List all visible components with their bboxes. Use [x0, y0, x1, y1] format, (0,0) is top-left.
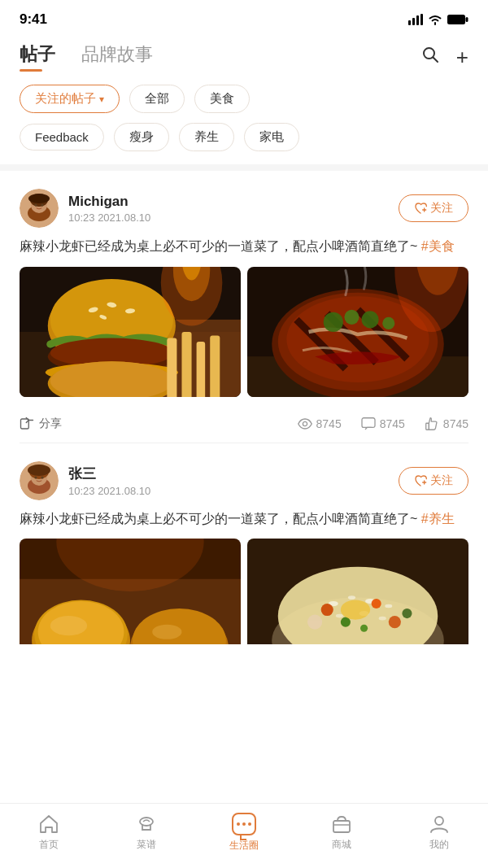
post-content-2: 麻辣小龙虾已经成为桌上必不可少的一道菜了，配点小啤酒简直绝了~ #养生 — [20, 508, 468, 530]
bottom-nav: 首页 菜谱 生活圈 商城 我的 — [0, 803, 488, 868]
svg-point-63 — [41, 476, 44, 478]
username-1: Michigan — [68, 194, 399, 210]
nav-home-label: 首页 — [39, 838, 59, 852]
svg-point-49 — [382, 316, 394, 329]
svg-point-89 — [389, 616, 401, 628]
share-icon — [20, 417, 34, 431]
svg-point-48 — [362, 311, 379, 328]
svg-rect-2 — [416, 15, 419, 25]
nav-shop-label: 商城 — [332, 838, 351, 852]
add-icon[interactable]: + — [456, 45, 468, 70]
chip-food[interactable]: 美食 — [194, 85, 250, 113]
svg-rect-4 — [447, 15, 465, 24]
svg-point-13 — [35, 204, 37, 207]
comments-stat-1: 8745 — [361, 417, 405, 430]
svg-rect-56 — [426, 423, 429, 430]
eye-icon — [298, 418, 312, 430]
post-image-2-1 — [20, 539, 241, 644]
post-time-2: 10:23 2021.08.10 — [68, 485, 399, 497]
header-actions: + — [420, 45, 468, 70]
svg-rect-52 — [21, 419, 29, 429]
svg-point-92 — [341, 600, 370, 620]
chevron-down-icon: ▾ — [99, 94, 104, 105]
user-info-1: Michigan 10:23 2021.08.10 — [68, 194, 399, 224]
post-content-1: 麻辣小龙虾已经成为桌上必不可少的一道菜了，配点小啤酒简直绝了~ #美食 — [20, 236, 468, 257]
svg-point-54 — [303, 421, 307, 425]
svg-point-14 — [41, 204, 44, 207]
post-card-1: Michigan 10:23 2021.08.10 关注 麻辣小龙虾已经成为桌上… — [0, 174, 488, 443]
svg-rect-5 — [466, 17, 468, 22]
nav-profile[interactable]: 我的 — [390, 813, 488, 852]
svg-point-88 — [372, 599, 381, 608]
nav-recipe[interactable]: 菜谱 — [98, 813, 195, 852]
svg-rect-1 — [412, 18, 415, 25]
svg-point-12 — [28, 194, 50, 203]
svg-rect-34 — [210, 335, 220, 396]
svg-point-93 — [307, 615, 322, 630]
chip-feedback[interactable]: Feedback — [20, 124, 104, 150]
nav-home[interactable]: 首页 — [0, 813, 98, 852]
svg-rect-32 — [181, 332, 191, 397]
post-image-2-2 — [247, 539, 468, 644]
avatar-image-1 — [20, 189, 59, 228]
username-2: 张三 — [68, 465, 399, 483]
follow-button-2[interactable]: 关注 — [399, 467, 468, 495]
likes-stat-1: 8745 — [425, 417, 468, 430]
chip-health[interactable]: 养生 — [179, 123, 234, 151]
tab-posts[interactable]: 帖子 — [20, 42, 55, 72]
post-header-1: Michigan 10:23 2021.08.10 关注 — [20, 189, 468, 228]
person-icon — [429, 813, 450, 835]
svg-point-83 — [385, 604, 392, 608]
post-card-2: 张三 10:23 2021.08.10 关注 麻辣小龙虾已经成为桌上必不可少的一… — [0, 447, 488, 645]
signal-icon — [408, 14, 423, 25]
heart-plus-icon — [414, 202, 427, 215]
svg-rect-31 — [167, 338, 176, 396]
avatar-1 — [20, 189, 59, 228]
header: 帖子 品牌故事 + — [0, 36, 488, 72]
hashtag-1[interactable]: #美食 — [421, 239, 455, 253]
chat-icon — [232, 813, 256, 835]
svg-point-81 — [348, 595, 355, 600]
status-time: 9:41 — [20, 11, 47, 28]
avatar-2 — [20, 461, 59, 500]
tab-brand-story[interactable]: 品牌故事 — [81, 42, 153, 72]
nav-community[interactable]: 生活圈 — [195, 813, 293, 853]
svg-rect-96 — [333, 821, 350, 832]
filter-row-2: Feedback 瘦身 养生 家电 — [0, 120, 488, 161]
svg-point-86 — [379, 617, 386, 621]
section-divider — [0, 164, 488, 171]
nav-community-label: 生活圈 — [229, 839, 259, 853]
chip-followed[interactable]: 关注的帖子 ▾ — [20, 85, 120, 113]
image-grid-2 — [20, 539, 468, 644]
chip-appliance[interactable]: 家电 — [244, 123, 299, 151]
svg-point-95 — [140, 818, 153, 826]
share-button-1[interactable]: 分享 — [20, 417, 62, 431]
shop-icon — [331, 813, 352, 835]
nav-profile-label: 我的 — [429, 838, 449, 852]
chip-all[interactable]: 全部 — [129, 85, 185, 113]
svg-point-61 — [28, 465, 50, 476]
status-bar: 9:41 — [0, 0, 488, 36]
heart-plus-icon-2 — [414, 474, 427, 487]
svg-point-98 — [435, 817, 443, 825]
filter-row-1: 关注的帖子 ▾ 全部 美食 — [0, 72, 488, 120]
svg-point-62 — [35, 476, 37, 478]
svg-line-7 — [433, 58, 438, 63]
post-header-2: 张三 10:23 2021.08.10 关注 — [20, 461, 468, 500]
hashtag-2[interactable]: #养生 — [421, 512, 455, 526]
svg-point-84 — [336, 614, 343, 618]
nav-recipe-label: 菜谱 — [137, 838, 156, 852]
svg-point-87 — [321, 604, 333, 616]
follow-button-1[interactable]: 关注 — [399, 194, 468, 222]
chip-slim[interactable]: 瘦身 — [114, 123, 169, 151]
nav-shop[interactable]: 商城 — [293, 813, 390, 852]
svg-point-91 — [360, 625, 368, 632]
svg-rect-3 — [420, 14, 423, 25]
svg-rect-0 — [408, 20, 411, 25]
thumbs-up-icon — [425, 417, 439, 430]
svg-point-46 — [324, 312, 343, 331]
user-info-2: 张三 10:23 2021.08.10 — [68, 465, 399, 497]
post-actions-1: 分享 8745 8745 8 — [20, 408, 468, 443]
svg-point-47 — [344, 309, 359, 324]
search-icon[interactable] — [420, 45, 440, 69]
